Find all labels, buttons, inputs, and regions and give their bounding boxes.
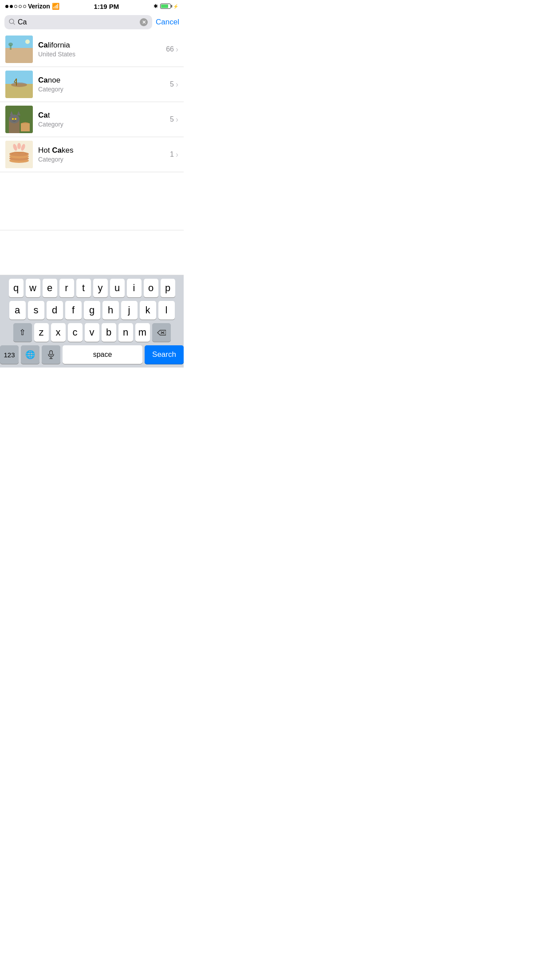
result-count-area-canoe: 5 › xyxy=(170,80,178,89)
result-info-cat: Cat Category xyxy=(38,111,165,128)
key-p[interactable]: p xyxy=(161,279,175,297)
key-n[interactable]: n xyxy=(118,323,133,342)
cancel-button[interactable]: Cancel xyxy=(156,18,179,27)
space-key[interactable]: space xyxy=(63,345,142,364)
signal-dot-1 xyxy=(5,5,8,8)
key-b[interactable]: b xyxy=(102,323,116,342)
bluetooth-icon: ✱ xyxy=(153,3,158,9)
key-j[interactable]: j xyxy=(121,301,138,320)
key-h[interactable]: h xyxy=(102,301,119,320)
svg-point-16 xyxy=(12,118,14,120)
shift-key[interactable]: ⇧ xyxy=(13,323,32,342)
key-r[interactable]: r xyxy=(59,279,74,297)
status-bar: Verizon 📶 1:19 PM ✱ ⚡ xyxy=(0,0,184,12)
result-count-area-california: 66 › xyxy=(166,45,178,54)
result-item-hotcakes[interactable]: Hot Cakes Category 1 › xyxy=(0,137,184,172)
result-count-hotcakes: 1 xyxy=(170,150,174,158)
key-i[interactable]: i xyxy=(127,279,142,297)
battery-indicator xyxy=(160,4,171,9)
keyboard-row-3: ⇧ z x c v b n m xyxy=(0,323,184,342)
chevron-icon-canoe: › xyxy=(176,80,178,89)
key-x[interactable]: x xyxy=(51,323,66,342)
key-m[interactable]: m xyxy=(135,323,150,342)
key-l[interactable]: l xyxy=(158,301,175,320)
key-o[interactable]: o xyxy=(144,279,158,297)
svg-rect-18 xyxy=(21,123,30,131)
svg-point-4 xyxy=(25,40,30,44)
result-info-california: California United States xyxy=(38,41,161,58)
keyboard-row-4: 123 🌐 space Search xyxy=(0,345,184,364)
svg-point-17 xyxy=(15,118,16,120)
result-count-area-cat: 5 › xyxy=(170,115,178,124)
results-list: California United States 66 › Canoe Cate… xyxy=(0,32,184,172)
key-g[interactable]: g xyxy=(84,301,100,320)
result-count-california: 66 xyxy=(166,45,174,53)
signal-dot-2 xyxy=(10,5,13,8)
result-item-canoe[interactable]: Canoe Category 5 › xyxy=(0,67,184,102)
result-subtitle-california: United States xyxy=(38,51,161,58)
result-subtitle-canoe: Category xyxy=(38,86,165,93)
svg-rect-29 xyxy=(50,351,52,355)
chevron-icon-california: › xyxy=(176,45,178,54)
search-key[interactable]: Search xyxy=(145,345,184,364)
result-count-cat: 5 xyxy=(170,115,174,123)
result-item-california[interactable]: California United States 66 › xyxy=(0,32,184,67)
search-input-wrapper[interactable]: ✕ xyxy=(4,15,152,29)
result-thumb-california xyxy=(5,36,33,63)
result-subtitle-cat: Category xyxy=(38,121,165,128)
key-y[interactable]: y xyxy=(93,279,108,297)
result-count-area-hotcakes: 1 › xyxy=(170,150,178,159)
key-c[interactable]: c xyxy=(68,323,83,342)
signal-dot-5 xyxy=(23,5,26,8)
key-t[interactable]: t xyxy=(76,279,91,297)
key-z[interactable]: z xyxy=(34,323,49,342)
keyboard: q w e r t y u i o p a s d f g h j k l ⇧ … xyxy=(0,275,184,368)
keyboard-row-1: q w e r t y u i o p xyxy=(0,279,184,297)
result-title-cat: Cat xyxy=(38,111,165,120)
result-thumb-hotcakes xyxy=(5,141,33,168)
globe-key[interactable]: 🌐 xyxy=(21,345,39,364)
result-title-canoe: Canoe xyxy=(38,76,165,85)
battery-body xyxy=(160,4,171,9)
result-subtitle-hotcakes: Category xyxy=(38,156,165,163)
search-icon xyxy=(9,19,15,26)
key-k[interactable]: k xyxy=(140,301,156,320)
numbers-key[interactable]: 123 xyxy=(0,345,19,364)
key-d[interactable]: d xyxy=(47,301,63,320)
result-title-hotcakes: Hot Cakes xyxy=(38,146,165,155)
search-bar-container: ✕ Cancel xyxy=(0,12,184,32)
svg-line-1 xyxy=(13,23,15,24)
key-a[interactable]: a xyxy=(9,301,26,320)
keyboard-row-2: a s d f g h j k l xyxy=(0,301,184,320)
result-thumb-cat xyxy=(5,106,33,133)
battery-fill xyxy=(161,4,168,8)
key-s[interactable]: s xyxy=(28,301,44,320)
key-f[interactable]: f xyxy=(65,301,82,320)
clear-button[interactable]: ✕ xyxy=(140,18,148,26)
svg-point-9 xyxy=(11,83,27,87)
svg-point-6 xyxy=(8,43,13,46)
key-q[interactable]: q xyxy=(9,279,24,297)
key-e[interactable]: e xyxy=(43,279,57,297)
chevron-icon-cat: › xyxy=(176,115,178,124)
status-right: ✱ ⚡ xyxy=(153,3,178,9)
search-input[interactable] xyxy=(18,18,137,26)
result-item-cat[interactable]: Cat Category 5 › xyxy=(0,102,184,137)
svg-rect-7 xyxy=(5,71,33,84)
result-count-canoe: 5 xyxy=(170,80,174,88)
key-u[interactable]: u xyxy=(110,279,125,297)
result-info-canoe: Canoe Category xyxy=(38,76,165,93)
result-title-california: California xyxy=(38,41,161,50)
status-left: Verizon 📶 xyxy=(5,3,59,10)
chevron-icon-hotcakes: › xyxy=(176,150,178,159)
status-time: 1:19 PM xyxy=(94,3,119,10)
signal-dot-3 xyxy=(14,5,17,8)
result-thumb-canoe xyxy=(5,71,33,98)
delete-key[interactable] xyxy=(152,323,171,342)
wifi-icon: 📶 xyxy=(52,3,59,10)
key-v[interactable]: v xyxy=(85,323,99,342)
microphone-key[interactable] xyxy=(42,345,60,364)
svg-point-13 xyxy=(9,115,20,123)
key-w[interactable]: w xyxy=(26,279,40,297)
carrier-label: Verizon xyxy=(28,3,50,10)
